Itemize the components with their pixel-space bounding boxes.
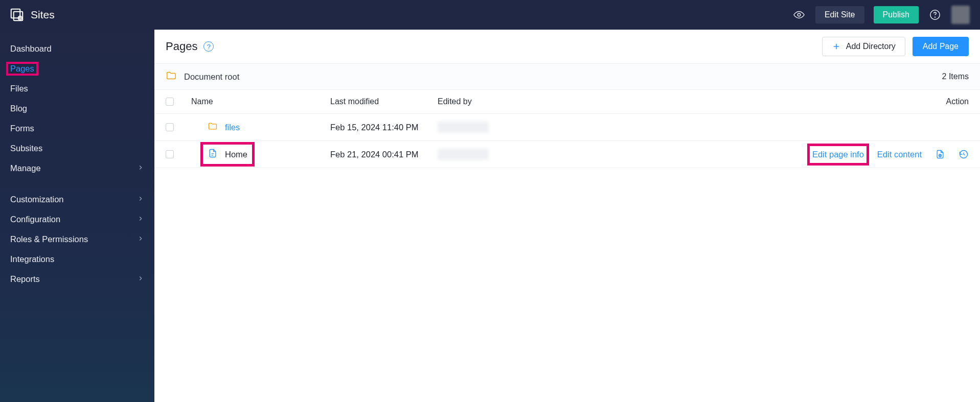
row-modified: Feb 21, 2024 00:41 PM	[330, 150, 438, 159]
edit-site-button[interactable]: Edit Site	[815, 6, 864, 23]
sidebar-item-label: Configuration	[10, 215, 60, 224]
main-content: Pages ? Add Directory Add Page Document …	[154, 30, 980, 402]
page-title: Pages	[166, 40, 197, 53]
sidebar-item-label: Pages	[10, 64, 34, 73]
table-header: Name Last modified Edited by Action	[154, 90, 980, 114]
sidebar-item-label: Files	[10, 84, 28, 93]
chevron-right-icon	[137, 163, 144, 173]
add-page-button[interactable]: Add Page	[913, 37, 969, 56]
publish-button[interactable]: Publish	[874, 6, 919, 23]
sidebar: DashboardPagesFilesBlogFormsSubsitesMana…	[0, 30, 154, 402]
select-all-checkbox[interactable]	[166, 98, 174, 106]
col-name: Name	[191, 97, 213, 106]
breadcrumb-root[interactable]: Document root	[184, 72, 239, 82]
history-icon[interactable]	[959, 149, 969, 159]
sites-icon	[9, 7, 25, 22]
sidebar-item-roles-permissions[interactable]: Roles & Permissions	[0, 229, 154, 249]
sidebar-item-label: Manage	[10, 163, 41, 173]
sidebar-item-forms[interactable]: Forms	[0, 119, 154, 138]
row-name: Home	[225, 150, 247, 159]
sidebar-item-pages[interactable]: Pages	[0, 59, 154, 79]
preview-icon[interactable]	[792, 8, 806, 22]
folder-icon	[166, 70, 177, 83]
row-modified: Feb 15, 2024 11:40 PM	[330, 123, 438, 132]
row-editedby	[438, 122, 611, 133]
help-top-icon[interactable]	[928, 8, 942, 22]
sidebar-item-label: Dashboard	[10, 44, 52, 54]
sidebar-item-label: Integrations	[10, 254, 54, 264]
page-help-icon[interactable]: ?	[203, 41, 214, 52]
add-directory-label: Add Directory	[846, 42, 896, 51]
sidebar-item-manage[interactable]: Manage	[0, 158, 154, 178]
sidebar-item-integrations[interactable]: Integrations	[0, 249, 154, 269]
avatar[interactable]	[951, 6, 970, 24]
row-actions: Edit page infoEdit content	[812, 149, 969, 159]
table-row: HomeFeb 21, 2024 00:41 PMEdit page infoE…	[154, 141, 980, 168]
col-action: Action	[946, 97, 969, 106]
sidebar-item-label: Subsites	[10, 144, 42, 153]
sidebar-item-label: Reports	[10, 274, 40, 284]
chevron-right-icon	[137, 234, 144, 244]
chevron-right-icon	[137, 215, 144, 224]
folder-icon	[208, 121, 218, 133]
app-name: Sites	[31, 9, 55, 21]
sidebar-item-reports[interactable]: Reports	[0, 269, 154, 289]
page-header: Pages ? Add Directory Add Page	[154, 30, 980, 63]
sidebar-item-subsites[interactable]: Subsites	[0, 138, 154, 158]
row-checkbox[interactable]	[166, 150, 174, 158]
col-editedby: Edited by	[438, 97, 472, 106]
item-count: 2 Items	[942, 72, 969, 81]
pages-table: Name Last modified Edited by Action file…	[154, 90, 980, 168]
edit-page-info-link[interactable]: Edit page info	[812, 150, 864, 159]
page-icon	[208, 148, 218, 160]
sidebar-item-label: Blog	[10, 104, 27, 113]
sidebar-item-blog[interactable]: Blog	[0, 99, 154, 119]
sidebar-item-label: Customization	[10, 195, 64, 204]
topbar-actions: Edit Site Publish	[792, 6, 970, 24]
col-modified: Last modified	[330, 97, 379, 106]
topbar: Sites Edit Site Publish	[0, 0, 980, 30]
breadcrumb-bar: Document root 2 Items	[154, 63, 980, 90]
row-editedby	[438, 149, 611, 160]
chevron-right-icon	[137, 274, 144, 284]
svg-point-3	[797, 13, 801, 16]
row-checkbox[interactable]	[166, 123, 174, 131]
sidebar-item-label: Roles & Permissions	[10, 234, 88, 244]
sidebar-item-customization[interactable]: Customization	[0, 190, 154, 209]
chevron-right-icon	[137, 195, 144, 204]
sidebar-item-label: Forms	[10, 124, 34, 133]
sidebar-item-configuration[interactable]: Configuration	[0, 209, 154, 229]
edit-content-link[interactable]: Edit content	[877, 150, 922, 159]
svg-point-5	[935, 17, 936, 17]
duplicate-icon[interactable]	[935, 149, 945, 159]
add-directory-button[interactable]: Add Directory	[822, 37, 905, 56]
sidebar-item-dashboard[interactable]: Dashboard	[0, 39, 154, 59]
row-name[interactable]: files	[225, 123, 240, 132]
sidebar-item-files[interactable]: Files	[0, 79, 154, 99]
table-row: filesFeb 15, 2024 11:40 PM	[154, 114, 980, 141]
brand: Sites	[9, 7, 55, 22]
